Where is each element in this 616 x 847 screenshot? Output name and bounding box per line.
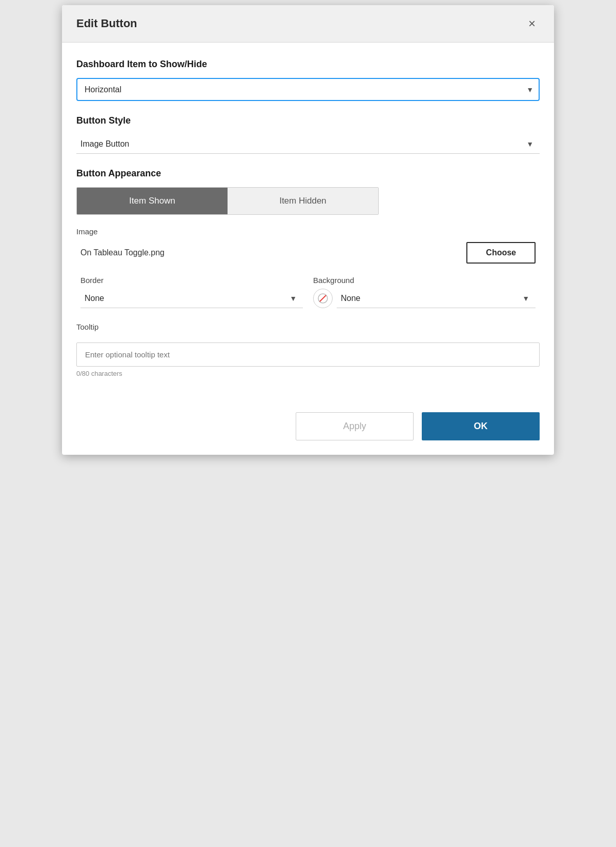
- background-field-group: Background None White B: [313, 276, 536, 308]
- dashboard-item-label: Dashboard Item to Show/Hide: [76, 59, 540, 70]
- char-count: 0/80 characters: [76, 370, 540, 377]
- item-shown-toggle[interactable]: Item Shown: [77, 188, 228, 214]
- border-select-wrapper: None Solid Dashed ▼: [80, 289, 303, 308]
- dashboard-item-select-wrapper: Horizontal Vertical None ▼: [76, 78, 540, 101]
- image-sublabel: Image: [76, 227, 540, 236]
- background-select-row: None White Black Custom ▼: [313, 289, 536, 308]
- close-button[interactable]: ×: [524, 15, 540, 32]
- appearance-toggle-group: Item Shown Item Hidden: [76, 187, 379, 215]
- dialog-title: Edit Button: [76, 17, 137, 30]
- button-style-section: Button Style Image Button Text Button Sh…: [76, 115, 540, 154]
- dialog-header: Edit Button ×: [62, 5, 554, 43]
- button-appearance-label: Button Appearance: [76, 168, 540, 179]
- button-appearance-section: Button Appearance Item Shown Item Hidden…: [76, 168, 540, 377]
- choose-button[interactable]: Choose: [466, 242, 536, 264]
- no-color-icon: [317, 293, 328, 304]
- tooltip-input[interactable]: [76, 342, 540, 367]
- ok-button[interactable]: OK: [422, 412, 540, 440]
- item-hidden-toggle[interactable]: Item Hidden: [228, 188, 378, 214]
- dialog-body: Dashboard Item to Show/Hide Horizontal V…: [62, 43, 554, 404]
- tooltip-section: Tooltip 0/80 characters: [76, 322, 540, 377]
- tooltip-label: Tooltip: [76, 322, 540, 331]
- border-label: Border: [80, 276, 303, 285]
- border-background-row: Border None Solid Dashed ▼ Background: [76, 276, 540, 308]
- dashboard-item-section: Dashboard Item to Show/Hide Horizontal V…: [76, 59, 540, 101]
- button-style-select[interactable]: Image Button Text Button Shape Button: [76, 134, 540, 154]
- border-field-group: Border None Solid Dashed ▼: [80, 276, 303, 308]
- background-select[interactable]: None White Black Custom: [337, 289, 536, 308]
- button-style-label: Button Style: [76, 115, 540, 126]
- dialog-footer: Apply OK: [62, 404, 554, 455]
- edit-button-dialog: Edit Button × Dashboard Item to Show/Hid…: [62, 5, 554, 455]
- button-style-select-wrapper: Image Button Text Button Shape Button ▼: [76, 134, 540, 154]
- dashboard-item-select[interactable]: Horizontal Vertical None: [76, 78, 540, 101]
- color-swatch[interactable]: [313, 289, 333, 308]
- image-row: On Tableau Toggle.png Choose: [76, 242, 540, 264]
- background-label: Background: [313, 276, 536, 285]
- apply-button[interactable]: Apply: [296, 412, 414, 440]
- image-filename: On Tableau Toggle.png: [80, 248, 165, 257]
- border-select[interactable]: None Solid Dashed: [80, 289, 303, 308]
- background-select-wrapper: None White Black Custom ▼: [337, 289, 536, 308]
